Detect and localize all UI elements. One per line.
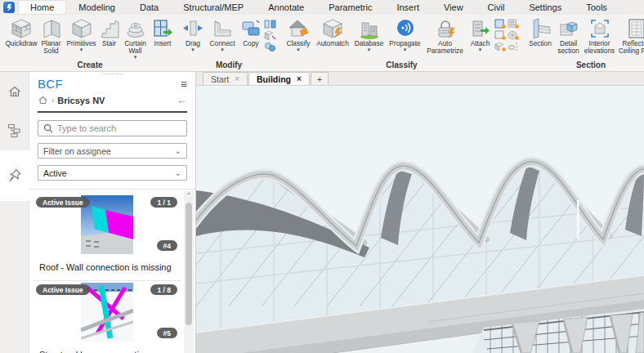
menu-view[interactable]: View bbox=[432, 0, 476, 15]
bcf-panel-button[interactable] bbox=[0, 150, 29, 201]
propagate-button[interactable]: Propagate ▾ bbox=[387, 17, 423, 51]
dropdown-caret-icon[interactable]: ▾ bbox=[368, 47, 371, 51]
primitives-button[interactable]: Primitives ▾ bbox=[65, 17, 98, 51]
reflected-ceiling-plan-icon bbox=[625, 17, 644, 40]
dropdown-caret-icon[interactable]: ▾ bbox=[221, 47, 224, 51]
ribbon-group-classify: Classify ▾ Automatch Data bbox=[280, 15, 523, 71]
attach-button[interactable]: Attach ▾ bbox=[467, 17, 494, 51]
group-label-create: Create bbox=[5, 60, 175, 71]
insert-button[interactable]: Insert bbox=[150, 17, 175, 47]
menu-home[interactable]: Home bbox=[18, 0, 66, 15]
breadcrumb-project-name[interactable]: Bricsys NV bbox=[57, 96, 105, 105]
menu-tools[interactable]: Tools bbox=[574, 0, 619, 15]
section-button[interactable]: Section bbox=[525, 17, 555, 47]
insert-icon bbox=[151, 17, 174, 40]
section-icon bbox=[529, 17, 552, 40]
status-filter-select[interactable]: Active ⌄ bbox=[38, 165, 187, 181]
propagate-icon bbox=[394, 17, 417, 40]
menu-modeling[interactable]: Modeling bbox=[66, 0, 127, 15]
issue-card[interactable]: Active Issue 1 / 1 #4 Roof - Wall connec… bbox=[33, 195, 181, 281]
quickdraw-icon bbox=[10, 17, 33, 40]
menubar: Home Modeling Data Structural/MEP Annota… bbox=[0, 0, 644, 15]
reflected-ceiling-plan-button[interactable]: Reflected Ceiling Plan bbox=[617, 17, 644, 55]
issue-status-badge: Active Issue bbox=[36, 284, 90, 295]
automatch-button[interactable]: Automatch bbox=[314, 17, 351, 47]
copy-button[interactable]: Copy bbox=[239, 17, 263, 47]
new-tab-button[interactable]: + bbox=[311, 72, 329, 85]
search-input[interactable] bbox=[57, 123, 181, 133]
modify-mini-buttons bbox=[263, 17, 278, 52]
attach-icon bbox=[469, 17, 492, 40]
connect-button[interactable]: Connect ▾ bbox=[206, 17, 239, 51]
structure-panel-button[interactable] bbox=[0, 111, 29, 150]
solid-settings-icon[interactable] bbox=[494, 42, 507, 51]
scrollbar-thumb[interactable] bbox=[186, 203, 192, 325]
duplicate-icon[interactable] bbox=[264, 42, 277, 52]
window-settings-icon[interactable] bbox=[494, 19, 507, 29]
issue-card[interactable]: Active Issue 1 / 8 #5 Structural beam co… bbox=[33, 283, 181, 353]
viewport-column: Start × Building × + bbox=[196, 72, 644, 353]
menu-structural-mep[interactable]: Structural/MEP bbox=[171, 0, 256, 15]
dropdown-caret-icon[interactable]: ▾ bbox=[80, 47, 83, 51]
drag-button[interactable]: Drag ▾ bbox=[180, 17, 206, 51]
dropdown-caret-icon[interactable]: ▾ bbox=[134, 55, 137, 59]
dropdown-caret-icon[interactable]: ▾ bbox=[404, 47, 407, 51]
home-icon bbox=[7, 84, 22, 99]
polar-grid-settings-icon[interactable] bbox=[508, 30, 520, 40]
home-panel-button[interactable] bbox=[0, 72, 29, 111]
menu-insert[interactable]: Insert bbox=[384, 0, 432, 15]
issue-title: Structural beam connection bbox=[33, 343, 181, 353]
scroll-up-icon[interactable]: ⌃ bbox=[184, 191, 194, 201]
bricscad-logo-icon[interactable] bbox=[0, 0, 18, 15]
ribbon-group-modify: Drag ▾ Connect ▾ bbox=[177, 15, 280, 71]
ribbon: Quickdraw Planar Solid Primitives ▾ bbox=[0, 15, 644, 72]
content-row: BCF ≡ › Bricsys NV ← Filter on assignee bbox=[0, 72, 644, 353]
stair-button[interactable]: Stair bbox=[98, 17, 120, 47]
database-icon bbox=[358, 17, 381, 40]
menu-annotate[interactable]: Annotate bbox=[256, 0, 316, 15]
auto-parametrize-button[interactable]: Auto Parametrize bbox=[423, 17, 467, 55]
search-box bbox=[38, 120, 187, 136]
group-label-classify: Classify bbox=[283, 60, 521, 71]
database-button[interactable]: Database ▾ bbox=[351, 17, 387, 51]
connect-icon bbox=[211, 17, 234, 40]
planar-solid-icon bbox=[40, 17, 63, 40]
issue-title: Roof - Wall connection is missing bbox=[33, 256, 181, 280]
detail-section-button[interactable]: Detail section bbox=[555, 17, 582, 55]
close-icon[interactable]: × bbox=[297, 74, 302, 83]
back-arrow-icon[interactable]: ← bbox=[177, 94, 187, 106]
drag-icon bbox=[181, 17, 204, 40]
menu-parametric[interactable]: Parametric bbox=[316, 0, 384, 15]
3d-viewport[interactable] bbox=[196, 86, 644, 353]
curtain-wall-icon bbox=[124, 17, 147, 40]
scrollbar[interactable]: ⌃ bbox=[184, 191, 194, 353]
section-line-settings-icon[interactable] bbox=[508, 42, 520, 51]
quickdraw-button[interactable]: Quickdraw bbox=[5, 17, 38, 47]
curtain-wall-button[interactable]: Curtain Wall ▾ bbox=[120, 17, 150, 59]
dropdown-caret-icon[interactable]: ▾ bbox=[297, 47, 300, 51]
planar-solid-button[interactable]: Planar Solid bbox=[38, 17, 65, 55]
structure-tree-icon bbox=[7, 123, 22, 138]
close-icon[interactable]: × bbox=[235, 74, 239, 83]
dropdown-caret-icon[interactable]: ▾ bbox=[479, 47, 482, 51]
grid-settings-icon[interactable] bbox=[508, 19, 520, 29]
document-tab-bar: Start × Building × + bbox=[196, 72, 644, 86]
classify-button[interactable]: Classify ▾ bbox=[283, 17, 314, 51]
issue-number-badge: #4 bbox=[157, 240, 177, 251]
detail-frame-settings-icon[interactable] bbox=[494, 30, 507, 40]
menu-data[interactable]: Data bbox=[127, 0, 171, 15]
interior-elevations-button[interactable]: Interior elevations bbox=[582, 17, 617, 55]
assignee-filter-select[interactable]: Filter on assignee ⌄ bbox=[38, 143, 187, 159]
breadcrumb-home-icon[interactable] bbox=[38, 95, 48, 105]
menu-settings[interactable]: Settings bbox=[517, 0, 574, 15]
tab-building[interactable]: Building × bbox=[248, 72, 310, 85]
group-label-modify: Modify bbox=[180, 60, 278, 71]
align-panels-icon[interactable] bbox=[264, 19, 277, 29]
hamburger-menu-icon[interactable]: ≡ bbox=[181, 79, 187, 89]
dropdown-caret-icon[interactable]: ▾ bbox=[191, 47, 195, 51]
tab-start[interactable]: Start × bbox=[203, 72, 248, 85]
group-label-section: Section bbox=[525, 60, 644, 71]
menu-items: Home Modeling Data Structural/MEP Annota… bbox=[18, 0, 644, 15]
menu-civil[interactable]: Civil bbox=[476, 0, 517, 15]
match-properties-icon[interactable] bbox=[264, 30, 277, 41]
